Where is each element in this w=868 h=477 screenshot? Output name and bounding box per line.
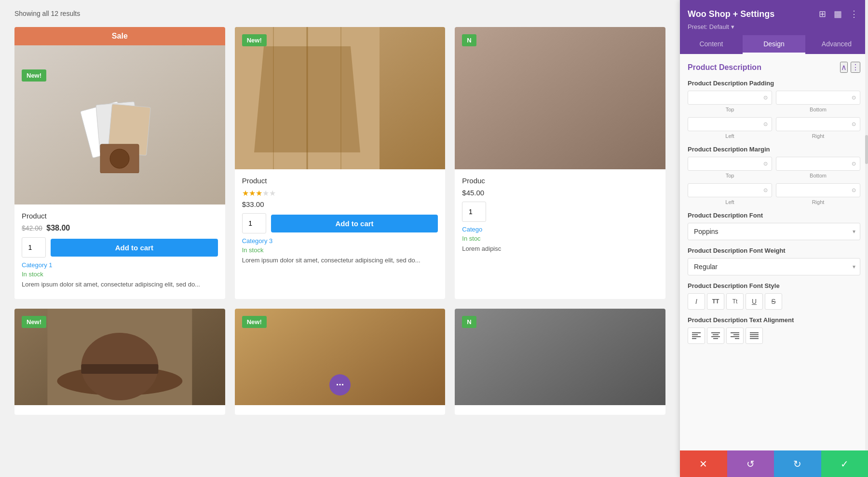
padding-labels-top-bottom: Top Bottom: [688, 107, 860, 112]
add-to-cart-btn-2[interactable]: Add to cart: [271, 215, 438, 232]
svg-rect-25: [750, 332, 759, 333]
new-badge-3: N: [462, 34, 476, 46]
qty-input-1[interactable]: [22, 237, 46, 258]
text-align-right-btn[interactable]: [726, 327, 744, 344]
footer-undo-btn[interactable]: ↺: [727, 450, 774, 477]
svg-rect-24: [735, 338, 739, 339]
product-info-3: Produc $45.00: [455, 169, 665, 197]
panel-icon-responsive[interactable]: ⊞: [817, 7, 828, 21]
font-style-capitalize[interactable]: Tt: [726, 293, 744, 310]
svg-rect-27: [750, 336, 759, 337]
product-card-1: Sale New! Product $42.00: [14, 27, 225, 299]
font-weight-select-wrap: Regular Bold Light Medium SemiBold ▾: [688, 258, 860, 275]
category-link-2[interactable]: Category 3: [235, 233, 446, 245]
sale-banner: Sale: [14, 27, 225, 45]
product-info-1: Product $42.00 $38.00: [14, 204, 225, 232]
padding-top-link: ⊙: [763, 95, 768, 101]
svg-rect-20: [713, 338, 718, 339]
description-2: Lorem ipsum dolor sit amet, consectetur …: [235, 254, 446, 265]
svg-rect-19: [711, 336, 720, 337]
settings-panel: Woo Shop + Settings ⊞ ▦ ⋮ Preset: Defaul…: [680, 0, 868, 477]
section-controls: ∧ ⋮: [840, 62, 860, 73]
font-select[interactable]: Poppins Open Sans Roboto Lato: [688, 223, 860, 240]
product-image-3: [455, 27, 665, 169]
product-image-6: [455, 309, 665, 405]
align-left-icon: [692, 332, 701, 339]
font-style-label: Product Description Font Style: [688, 282, 860, 289]
text-align-center-btn[interactable]: [707, 327, 724, 344]
padding-right-input[interactable]: [821, 121, 850, 128]
svg-rect-23: [731, 336, 739, 337]
font-style-uppercase[interactable]: TT: [707, 293, 724, 310]
svg-rect-15: [692, 336, 701, 337]
text-align-justify-btn[interactable]: [746, 327, 763, 344]
product-grid: Sale New! Product $42.00: [14, 27, 665, 415]
section-title: Product Description: [688, 63, 761, 72]
margin-right-label: Right: [776, 199, 860, 205]
qty-input-2[interactable]: [242, 213, 266, 233]
fab-icon[interactable]: ···: [329, 374, 351, 395]
panel-body: Product Description ∧ ⋮ Product Descript…: [680, 54, 868, 450]
price-old-1: $42.00: [22, 224, 42, 232]
panel-title-row: Woo Shop + Settings ⊞ ▦ ⋮: [688, 7, 860, 21]
tab-advanced[interactable]: Advanced: [805, 35, 868, 54]
new-badge-6: N: [462, 316, 476, 328]
padding-left-link: ⊙: [763, 121, 768, 127]
margin-left-link: ⊙: [763, 187, 768, 193]
footer-cancel-btn[interactable]: ✕: [680, 450, 727, 477]
tab-content[interactable]: Content: [680, 35, 743, 54]
footer-save-btn[interactable]: ✓: [821, 450, 868, 477]
panel-preset[interactable]: Preset: Default ▾: [688, 21, 860, 35]
add-to-cart-btn-1[interactable]: Add to cart: [51, 239, 218, 257]
scrollbar-track: [865, 0, 868, 450]
product-price-1: $42.00 $38.00: [22, 224, 218, 232]
align-justify-icon: [750, 332, 759, 339]
padding-top-label: Top: [688, 107, 772, 112]
padding-bottom-input[interactable]: [821, 94, 850, 101]
font-weight-select[interactable]: Regular Bold Light Medium SemiBold: [688, 258, 860, 275]
category-link-1[interactable]: Category 1: [14, 258, 225, 269]
scrollbar-thumb[interactable]: [865, 135, 868, 164]
padding-left-input[interactable]: [732, 121, 761, 128]
font-style-underline[interactable]: U: [746, 293, 763, 310]
margin-bottom-wrap: ⊙: [776, 157, 860, 171]
font-style-italic[interactable]: I: [688, 293, 705, 310]
section-more-btn[interactable]: ⋮: [851, 62, 860, 73]
margin-top-link: ⊙: [763, 161, 768, 167]
new-badge-1: New!: [22, 69, 46, 82]
text-align-left-btn[interactable]: [688, 327, 705, 344]
svg-rect-18: [713, 334, 719, 335]
in-stock-2: In stock: [235, 245, 446, 254]
align-center-icon: [711, 332, 720, 339]
qty-input-3[interactable]: [462, 202, 486, 222]
margin-bottom-input[interactable]: [821, 160, 850, 167]
section-collapse-btn[interactable]: ∧: [840, 62, 848, 73]
margin-right-input[interactable]: [821, 187, 850, 194]
font-style-strikethrough[interactable]: S: [765, 293, 782, 310]
panel-icon-more[interactable]: ⋮: [848, 7, 860, 21]
padding-right-link: ⊙: [852, 121, 856, 127]
product-card-3: N Produc $45.00 Catego In stoc Lorem adi…: [455, 27, 665, 299]
padding-left-wrap: ⊙: [688, 117, 772, 131]
margin-left-input[interactable]: [732, 187, 761, 194]
font-weight-label: Product Description Font Weight: [688, 247, 860, 254]
padding-top-input[interactable]: [732, 94, 761, 101]
panel-icon-layout[interactable]: ▦: [832, 7, 844, 21]
align-right-icon: [731, 332, 739, 339]
svg-rect-26: [750, 334, 759, 335]
footer-redo-btn[interactable]: ↻: [774, 450, 821, 477]
margin-bottom-label: Bottom: [776, 173, 860, 178]
tab-design[interactable]: Design: [743, 35, 805, 54]
product-name-1: Product: [22, 212, 218, 220]
text-align-label: Product Description Text Alignment: [688, 316, 860, 324]
product-name-3: Produc: [462, 177, 658, 185]
cart-row-1: Add to cart: [14, 232, 225, 258]
panel-title-text: Woo Shop + Settings: [688, 9, 774, 19]
padding-bottom-wrap: ⊙: [776, 91, 860, 105]
padding-left-right: ⊙ ⊙: [688, 117, 860, 131]
margin-top-input[interactable]: [732, 160, 761, 167]
svg-rect-17: [711, 332, 720, 333]
product-info-2: Product ★ ★ ★ ★ ★ $33.00: [235, 169, 446, 208]
margin-labels-top-bottom: Top Bottom: [688, 173, 860, 178]
padding-top-wrap: ⊙: [688, 91, 772, 105]
